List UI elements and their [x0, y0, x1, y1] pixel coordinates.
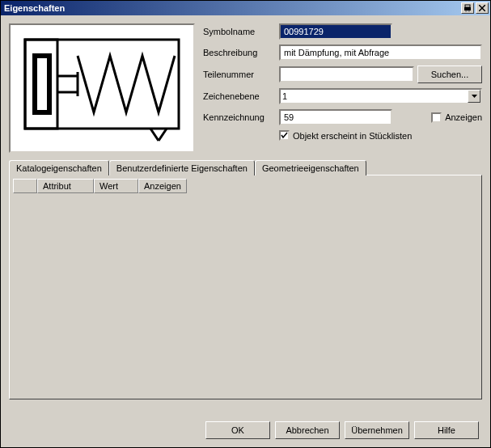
anzeigen-label: Anzeigen: [445, 112, 482, 122]
zeichenebene-label: Zeichenebene: [203, 91, 276, 101]
svg-marker-14: [472, 95, 477, 98]
window-title: Eigenschaften: [2, 3, 461, 13]
titlebar: Eigenschaften: [1, 1, 490, 15]
svg-rect-2: [466, 11, 469, 12]
symbol-preview: [9, 23, 195, 153]
svg-line-13: [159, 129, 167, 141]
ok-button[interactable]: OK: [205, 421, 270, 439]
zeichenebene-value: 1: [282, 91, 287, 101]
tab-geometrie[interactable]: Geometrieeigenschaften: [255, 160, 366, 175]
beschreibung-label: Beschreibung: [203, 48, 276, 57]
svg-line-12: [150, 129, 159, 141]
suchen-button[interactable]: Suchen...: [417, 66, 482, 83]
kennzeichnung-input[interactable]: 59: [279, 109, 392, 125]
table-header: Attribut Wert Anzeigen: [13, 179, 478, 193]
properties-dialog: Eigenschaften: [0, 0, 491, 448]
close-icon[interactable]: [476, 2, 489, 14]
col-blank[interactable]: [13, 179, 37, 193]
tab-panel: Attribut Wert Anzeigen: [9, 175, 482, 399]
col-attribut[interactable]: Attribut: [37, 179, 94, 193]
beschreibung-input[interactable]: mit Dämpfung, mit Abfrage: [279, 44, 482, 61]
symbolname-input[interactable]: 00991729: [279, 23, 392, 40]
uebernehmen-button[interactable]: Übernehmen: [345, 421, 409, 439]
dialog-buttons: OK Abbrechen Übernehmen Hilfe: [205, 421, 479, 439]
col-wert[interactable]: Wert: [94, 179, 138, 193]
dialog-content: Symbolname 00991729 Beschreibung mit Däm…: [1, 15, 490, 447]
checkbox-checked-icon: [279, 130, 290, 141]
print-icon[interactable]: [461, 2, 474, 14]
tab-benutzer[interactable]: Benutzerdefinierte Eigenschaften: [109, 160, 255, 175]
property-fields: Symbolname 00991729 Beschreibung mit Däm…: [203, 23, 482, 153]
pneumatic-symbol-icon: [17, 32, 187, 145]
stuecklisten-label: Objekt erscheint in Stücklisten: [293, 131, 412, 141]
col-anzeigen[interactable]: Anzeigen: [138, 179, 187, 193]
titlebar-buttons: [461, 2, 489, 14]
teilenummer-label: Teilenummer: [203, 70, 276, 79]
chevron-down-icon: [468, 90, 480, 103]
hilfe-button[interactable]: Hilfe: [414, 421, 479, 439]
svg-rect-1: [465, 5, 470, 7]
stuecklisten-checkbox[interactable]: Objekt erscheint in Stücklisten: [279, 130, 412, 141]
zeichenebene-select[interactable]: 1: [279, 88, 482, 104]
svg-rect-8: [38, 61, 46, 108]
anzeigen-checkbox[interactable]: Anzeigen: [431, 112, 482, 123]
teilenummer-input[interactable]: [279, 66, 414, 82]
symbolname-label: Symbolname: [203, 27, 276, 36]
kennzeichnung-label: Kennzeichnung: [203, 112, 276, 122]
tab-katalog[interactable]: Katalogeigenschaften: [9, 160, 109, 175]
checkbox-icon: [431, 112, 442, 123]
tab-strip: Katalogeigenschaften Benutzerdefinierte …: [9, 160, 482, 175]
upper-section: Symbolname 00991729 Beschreibung mit Däm…: [9, 23, 482, 153]
abbrechen-button[interactable]: Abbrechen: [275, 421, 340, 439]
svg-rect-0: [464, 7, 471, 11]
